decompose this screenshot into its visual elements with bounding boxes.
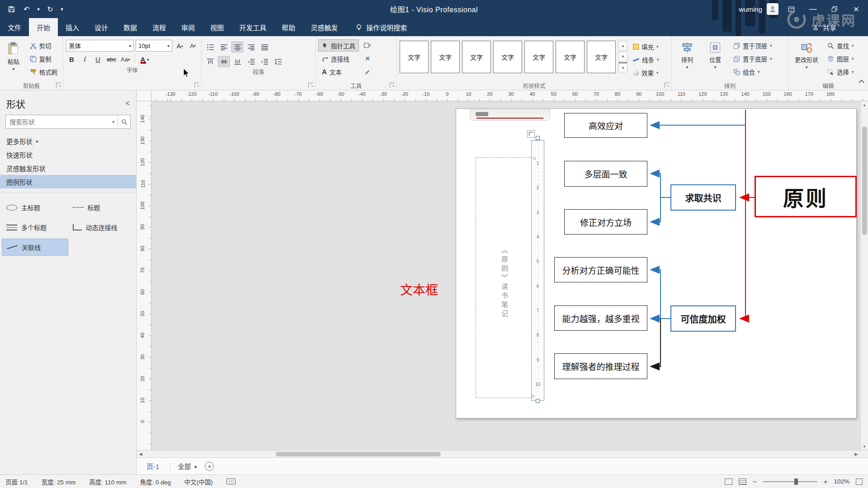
dialog-launcher[interactable]: ↘ — [308, 83, 313, 88]
shapes-panel-link[interactable]: 灵感触发形状 — [0, 161, 136, 175]
switch-windows-icon[interactable] — [739, 479, 746, 485]
minimize-button[interactable]: — — [804, 2, 822, 16]
bullets-button[interactable] — [204, 42, 216, 52]
change-case-button[interactable]: Aa▾ — [119, 54, 131, 65]
scroll-right-button[interactable]: ▶ — [852, 452, 860, 456]
shapes-panel-link[interactable]: 图例形状 — [0, 175, 136, 188]
position-button[interactable]: 位置 ▾ — [703, 38, 728, 79]
all-pages-button[interactable]: 全部 ▲ — [178, 461, 198, 471]
pointer-tool-button[interactable]: 指针工具 — [318, 39, 359, 52]
align-bottom-button[interactable] — [231, 56, 243, 67]
ribbon-tab[interactable]: 审阅 — [174, 18, 203, 36]
diagram-node[interactable]: 分析对方正确可能性 — [554, 257, 647, 282]
scroll-left-button[interactable]: ◀ — [137, 452, 145, 456]
horizontal-ruler[interactable]: -130-120-110-100-90-80-70-60-50-40-30-20… — [151, 90, 868, 101]
redo-button[interactable]: ↻ — [43, 2, 57, 16]
scroll-down-button[interactable]: ▾ — [861, 443, 868, 450]
shapes-panel-link[interactable]: 更多形状 — [0, 134, 136, 148]
gallery-up-button[interactable]: ▴ — [618, 41, 627, 51]
shape-style-option[interactable]: 文字 — [400, 41, 429, 73]
shape-style-option[interactable]: 文字 — [431, 41, 460, 73]
align-top-button[interactable] — [204, 56, 216, 67]
diagram-node[interactable]: 求取共识 — [670, 184, 736, 211]
status-language[interactable]: 中文(中国) — [184, 477, 213, 486]
drawing-viewport[interactable]: 文本框 — [151, 101, 860, 450]
stencil-item[interactable]: 主标题 — [2, 199, 68, 216]
italic-button[interactable]: I — [79, 54, 90, 65]
ribbon-tab[interactable]: 视图 — [203, 18, 231, 36]
scrollbar-track[interactable] — [145, 450, 852, 458]
vertical-scrollbar[interactable]: ▴ ▾ — [860, 101, 868, 450]
page-tab[interactable]: 页-1 — [143, 461, 163, 471]
scrollbar-thumb[interactable] — [862, 127, 867, 235]
font-family-combo[interactable]: 黑体 ▾ — [66, 40, 134, 52]
align-button[interactable]: 排列 ▾ — [675, 38, 700, 79]
search-input[interactable] — [6, 118, 109, 126]
ribbon-tab[interactable]: 开始 — [29, 18, 58, 36]
zoom-slider-thumb[interactable] — [794, 479, 798, 485]
dialog-launcher[interactable]: ↘ — [390, 83, 395, 88]
account-user-name[interactable]: wuming — [739, 5, 762, 13]
tell-me-search[interactable]: 操作说明搜索 — [355, 18, 407, 36]
stencil-item[interactable]: 多个标题 — [2, 219, 68, 236]
ruler-shape[interactable]: 12345678910 — [531, 140, 544, 401]
diagram-node[interactable]: 多层面一致 — [564, 161, 647, 187]
dialog-launcher[interactable]: ↘ — [194, 83, 199, 88]
status-height[interactable]: 高度: 110 mm — [89, 477, 126, 486]
find-button[interactable]: 查找 ▾ — [825, 40, 857, 52]
embedded-image-fragment[interactable] — [470, 109, 550, 121]
bold-button[interactable]: B — [66, 54, 77, 65]
cut-button[interactable]: 剪切 — [27, 40, 61, 52]
ribbon-tab[interactable]: 灵感触发 — [303, 18, 345, 36]
vertical-note-text[interactable]: 《原则》读书笔记 — [500, 247, 509, 319]
shape-style-option[interactable]: 文字 — [587, 41, 616, 73]
restore-button[interactable] — [826, 2, 844, 16]
gallery-down-button[interactable]: ▾ — [618, 52, 627, 61]
scroll-up-button[interactable]: ▴ — [861, 101, 868, 108]
undo-button[interactable]: ↶ — [20, 2, 33, 16]
ribbon-tab[interactable]: 设计 — [87, 18, 116, 36]
gallery-more-button[interactable]: ▾ — [618, 62, 627, 72]
zoom-slider[interactable] — [763, 481, 817, 482]
underline-button[interactable]: U — [92, 54, 104, 65]
diagram-node[interactable]: 可信度加权 — [670, 305, 736, 332]
chevron-down-icon[interactable]: ▾ — [109, 119, 118, 124]
font-size-combo[interactable]: 10pt ▾ — [136, 40, 172, 52]
ribbon-tab[interactable]: 插入 — [58, 18, 87, 36]
send-to-back-button[interactable]: 置于底层 ▾ — [731, 53, 775, 65]
selection-handle[interactable] — [536, 399, 540, 403]
selection-handle[interactable] — [536, 136, 540, 140]
change-shape-button[interactable]: 更改形状 ▾ — [791, 38, 822, 79]
shape-style-option[interactable]: 文字 — [556, 41, 585, 73]
search-button[interactable] — [118, 115, 130, 128]
grow-font-button[interactable]: A▴ — [174, 40, 185, 52]
connector-tool-button[interactable]: 连接线 — [318, 52, 359, 65]
diagram-node[interactable]: 能力越强，越多重视 — [554, 305, 647, 331]
copy-button[interactable]: 复制 — [27, 53, 61, 65]
close-button[interactable]: × — [847, 2, 865, 16]
shapes-panel-link[interactable]: 快速形状 — [0, 148, 136, 161]
status-width[interactable]: 宽度: 25 mm — [42, 477, 76, 486]
diagram-node[interactable]: 原则 — [755, 176, 857, 217]
zoom-out-button[interactable]: − — [753, 478, 757, 485]
diagram-node[interactable]: 修正对方立场 — [564, 209, 647, 235]
shape-style-option[interactable]: 文字 — [462, 41, 491, 73]
strikethrough-button[interactable]: abc — [105, 54, 118, 65]
fit-page-icon[interactable] — [856, 479, 863, 485]
diagram-node[interactable]: 高效应对 — [564, 113, 647, 138]
text-tool-button[interactable]: A 文本 — [318, 66, 359, 78]
effects-button[interactable]: 效果 ▾ — [630, 67, 662, 79]
ribbon-tab[interactable]: 数据 — [116, 18, 145, 36]
format-painter-button[interactable]: 格式刷 — [27, 66, 61, 78]
share-button[interactable]: 共享 — [813, 18, 836, 36]
presentation-mode-icon[interactable] — [725, 479, 732, 485]
undo-dropdown[interactable]: ▾ — [35, 2, 42, 16]
canvas-floating-text[interactable]: 文本框 — [400, 280, 438, 298]
increase-indent-button[interactable] — [259, 56, 270, 67]
line-spacing-button[interactable] — [272, 56, 284, 67]
ribbon-display-options-button[interactable] — [782, 2, 800, 16]
stencil-item[interactable]: 动态连接线 — [68, 219, 135, 236]
justify-button[interactable] — [259, 42, 270, 52]
collapse-panel-button[interactable]: < — [126, 99, 130, 108]
ribbon-tab[interactable]: 开发工具 — [231, 18, 274, 36]
